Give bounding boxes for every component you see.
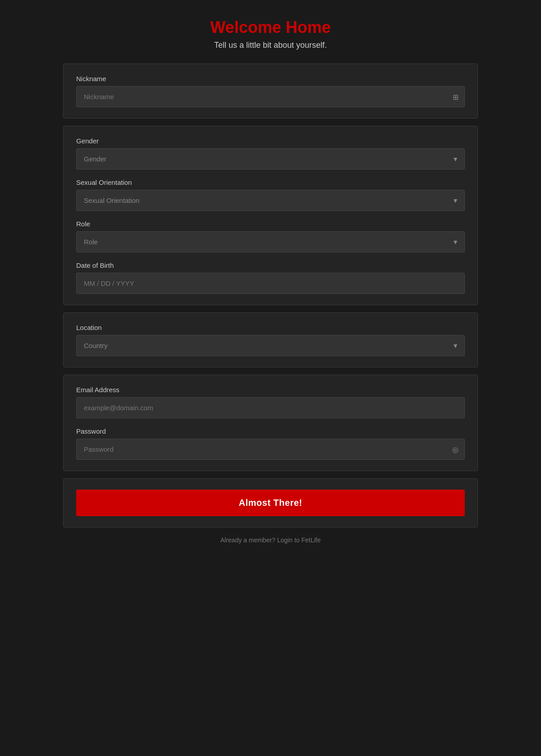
password-label: Password (76, 427, 465, 435)
sexual-orientation-label: Sexual Orientation (76, 179, 465, 186)
credentials-card: Email Address Password ◎ (63, 375, 478, 471)
gender-label: Gender (76, 137, 465, 145)
sexual-orientation-select-wrapper: Sexual Orientation Straight Gay Bisexual… (76, 190, 465, 211)
nickname-input[interactable] (76, 86, 465, 107)
dob-label: Date of Birth (76, 261, 465, 269)
location-group: Location Country United States United Ki… (76, 324, 465, 356)
page-container: Welcome Home Tell us a little bit about … (63, 18, 478, 544)
sexual-orientation-select[interactable]: Sexual Orientation Straight Gay Bisexual… (76, 190, 465, 211)
dob-group: Date of Birth (76, 261, 465, 294)
footer: Already a member? Login to FetLife (63, 536, 478, 544)
nickname-card: Nickname ⊞ (63, 64, 478, 119)
gender-select-wrapper: Gender Male Female Non-binary Other ▼ (76, 148, 465, 170)
nickname-label: Nickname (76, 75, 465, 82)
gender-select[interactable]: Gender Male Female Non-binary Other (76, 148, 465, 170)
page-subtitle: Tell us a little bit about yourself. (63, 41, 478, 50)
role-label: Role (76, 220, 465, 228)
submit-card: Almost There! (63, 478, 478, 527)
country-select[interactable]: Country United States United Kingdom Can… (76, 335, 465, 356)
nickname-group: Nickname ⊞ (76, 75, 465, 107)
role-select-wrapper: Role Dominant Submissive Switch Other ▼ (76, 231, 465, 252)
nickname-input-wrapper: ⊞ (76, 86, 465, 107)
dob-input[interactable] (76, 273, 465, 294)
location-label: Location (76, 324, 465, 331)
footer-text: Already a member? Login to FetLife (220, 536, 321, 544)
sexual-orientation-group: Sexual Orientation Sexual Orientation St… (76, 179, 465, 211)
role-select[interactable]: Role Dominant Submissive Switch Other (76, 231, 465, 252)
location-card: Location Country United States United Ki… (63, 312, 478, 367)
password-input[interactable] (76, 439, 465, 460)
email-input[interactable] (76, 397, 465, 418)
submit-button[interactable]: Almost There! (76, 490, 465, 516)
profile-card: Gender Gender Male Female Non-binary Oth… (63, 126, 478, 305)
country-select-wrapper: Country United States United Kingdom Can… (76, 335, 465, 356)
email-label: Email Address (76, 386, 465, 394)
role-group: Role Role Dominant Submissive Switch Oth… (76, 220, 465, 252)
password-input-wrapper: ◎ (76, 439, 465, 460)
password-group: Password ◎ (76, 427, 465, 460)
header: Welcome Home Tell us a little bit about … (63, 18, 478, 50)
gender-group: Gender Gender Male Female Non-binary Oth… (76, 137, 465, 170)
page-title: Welcome Home (63, 18, 478, 37)
email-group: Email Address (76, 386, 465, 418)
